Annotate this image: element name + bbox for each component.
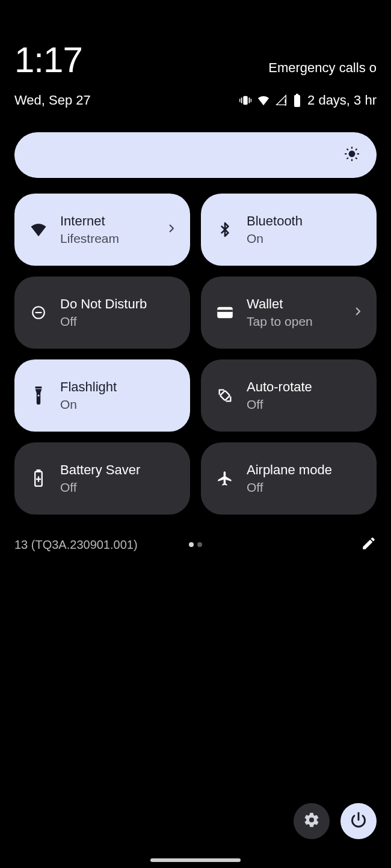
- brightness-icon: [344, 146, 360, 164]
- vibrate-icon: [239, 94, 252, 107]
- power-icon: [350, 811, 367, 831]
- signal-alert-icon: [275, 94, 288, 107]
- svg-rect-21: [217, 310, 233, 312]
- tile-auto-rotate[interactable]: Auto-rotate Off: [201, 359, 377, 432]
- svg-rect-6: [285, 104, 286, 105]
- tile-subtitle: On: [247, 231, 363, 246]
- svg-line-16: [347, 157, 348, 159]
- navigation-handle[interactable]: [150, 858, 241, 862]
- tile-title: Auto-rotate: [247, 379, 363, 395]
- tile-title: Airplane mode: [247, 462, 363, 478]
- status-header: 1:17 Emergency calls o Wed, Sep 27 2 day…: [0, 0, 391, 108]
- airplane-icon: [214, 470, 236, 487]
- tile-airplane-mode[interactable]: Airplane mode Off: [201, 442, 377, 515]
- status-icons: 2 days, 3 hr: [239, 93, 377, 108]
- clock: 1:17: [14, 42, 82, 78]
- svg-line-14: [347, 149, 348, 150]
- tile-flashlight[interactable]: Flashlight On: [14, 359, 190, 432]
- svg-rect-22: [35, 387, 42, 388]
- svg-rect-3: [239, 99, 240, 102]
- power-button[interactable]: [340, 803, 377, 839]
- wifi-icon: [28, 221, 49, 239]
- svg-rect-24: [220, 391, 230, 400]
- tile-subtitle: Off: [60, 314, 177, 329]
- svg-rect-20: [217, 307, 233, 319]
- svg-rect-1: [241, 97, 242, 103]
- svg-rect-5: [285, 99, 286, 103]
- tile-wallet[interactable]: Wallet Tap to open: [201, 277, 377, 349]
- tile-title: Flashlight: [60, 379, 177, 395]
- tile-subtitle: Off: [60, 480, 177, 495]
- tile-title: Do Not Disturb: [60, 296, 177, 312]
- tile-title: Wallet: [247, 296, 349, 312]
- tile-title: Internet: [60, 213, 162, 229]
- svg-rect-8: [296, 94, 298, 95]
- tile-subtitle: Off: [247, 397, 363, 412]
- gear-icon: [303, 811, 320, 831]
- wifi-icon: [257, 94, 270, 107]
- pager-dot: [197, 542, 202, 547]
- pager-dot: [189, 542, 194, 547]
- svg-line-17: [356, 149, 357, 150]
- battery-icon: [293, 94, 301, 107]
- flashlight-icon: [28, 387, 49, 405]
- brightness-slider[interactable]: [14, 132, 377, 178]
- svg-point-23: [37, 394, 39, 396]
- page-indicator[interactable]: [189, 542, 202, 547]
- quick-settings-grid: Internet Lifestream Bluetooth On Do Not …: [0, 194, 391, 515]
- battery-saver-icon: [28, 469, 49, 487]
- tile-subtitle: Off: [247, 480, 363, 495]
- emergency-label: Emergency calls o: [268, 60, 377, 78]
- tile-battery-saver[interactable]: Battery Saver Off: [14, 442, 190, 515]
- chevron-right-icon: [353, 306, 363, 319]
- chevron-right-icon: [166, 223, 177, 236]
- tile-do-not-disturb[interactable]: Do Not Disturb Off: [14, 277, 190, 349]
- tile-title: Battery Saver: [60, 462, 177, 478]
- tile-title: Bluetooth: [247, 213, 363, 229]
- svg-rect-7: [294, 95, 300, 107]
- tile-internet[interactable]: Internet Lifestream: [14, 194, 190, 266]
- edit-tiles-button[interactable]: [361, 536, 377, 554]
- svg-point-9: [349, 151, 356, 157]
- build-label: 13 (TQ3A.230901.001): [14, 538, 138, 552]
- wallet-icon: [214, 306, 236, 319]
- date-label[interactable]: Wed, Sep 27: [14, 93, 91, 108]
- svg-rect-0: [243, 96, 247, 105]
- bluetooth-icon: [214, 221, 236, 239]
- tile-bluetooth[interactable]: Bluetooth On: [201, 194, 377, 266]
- svg-rect-2: [249, 97, 250, 103]
- battery-status-text: 2 days, 3 hr: [307, 93, 377, 108]
- tile-subtitle: Lifestream: [60, 231, 162, 246]
- do-not-disturb-icon: [28, 305, 49, 320]
- auto-rotate-icon: [214, 387, 236, 404]
- svg-rect-4: [251, 99, 251, 102]
- svg-line-15: [356, 157, 357, 159]
- settings-button[interactable]: [294, 803, 330, 839]
- tile-subtitle: Tap to open: [247, 314, 349, 329]
- tile-subtitle: On: [60, 397, 177, 412]
- svg-rect-26: [37, 469, 40, 471]
